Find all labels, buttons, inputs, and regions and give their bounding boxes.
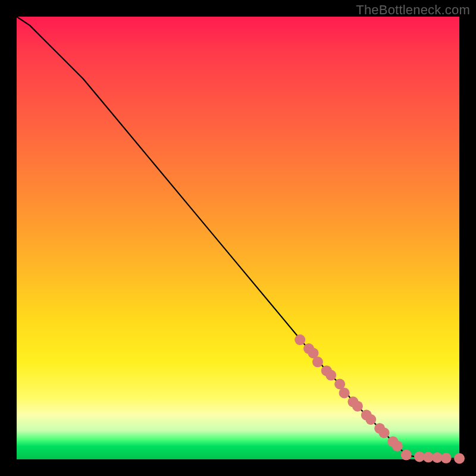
curve-line: [17, 17, 459, 459]
data-marker: [312, 356, 323, 367]
chart-svg: [17, 17, 459, 459]
data-marker: [339, 387, 350, 398]
data-marker: [379, 427, 390, 438]
data-marker: [401, 450, 412, 461]
data-marker: [392, 441, 403, 452]
data-marker: [454, 453, 465, 464]
data-marker: [352, 401, 363, 412]
data-marker: [295, 334, 305, 345]
data-marker: [325, 370, 336, 381]
chart-frame: TheBottleneck.com: [0, 0, 476, 476]
data-marker: [365, 414, 376, 425]
attribution-label: TheBottleneck.com: [356, 2, 470, 18]
marker-group: [295, 334, 465, 464]
plot-area: [17, 17, 459, 459]
data-marker: [441, 453, 452, 464]
